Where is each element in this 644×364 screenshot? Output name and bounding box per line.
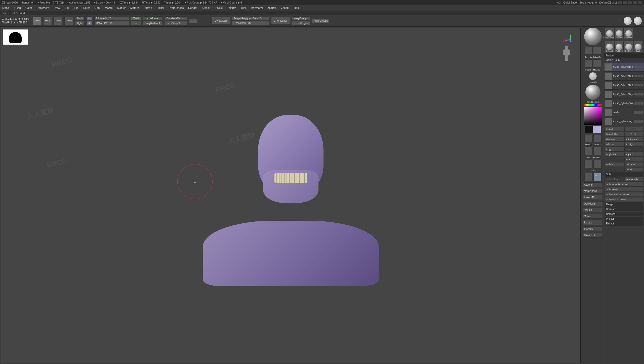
subtool-row[interactable]: PM3D_Sphere3D_3 <box>604 117 644 126</box>
sdiv-button[interactable]: SDiv <box>189 19 198 23</box>
delall-button[interactable]: Del All <box>624 167 643 172</box>
resolution-slider[interactable]: Resolution 176 <box>232 21 269 25</box>
eye-icon[interactable] <box>634 102 637 105</box>
menu-color[interactable]: Color <box>25 6 32 9</box>
dynamic-button[interactable] <box>593 147 601 155</box>
axis-gizmo[interactable] <box>563 36 573 46</box>
close-icon[interactable] <box>638 1 642 4</box>
backfacemask-button[interactable]: BackfaceMask <box>165 16 187 21</box>
target-polygons-slider[interactable]: Target Polygons Count 5 <box>232 17 269 21</box>
lazymouse-button[interactable]: LazyMouse <box>143 16 163 21</box>
paint-icon[interactable] <box>637 93 640 95</box>
listall-button[interactable]: List All <box>605 127 624 131</box>
subtool-header[interactable]: Subtool <box>604 53 644 58</box>
append-button[interactable]: Append <box>583 182 603 187</box>
smooth-brush-button[interactable] <box>589 72 597 80</box>
move-mode-button[interactable]: Move <box>43 17 52 25</box>
zsub-button[interactable]: Zsub <box>131 21 141 25</box>
splitparts-button[interactable]: Split To Parts <box>605 187 643 192</box>
a-button[interactable]: A <box>87 21 92 25</box>
material-thumb-2[interactable] <box>633 17 642 25</box>
hue-strip[interactable] <box>584 104 602 106</box>
stroke-button[interactable] <box>584 147 592 155</box>
subtool-row[interactable]: PM3D_Sphere3D_2 <box>604 81 644 90</box>
tool-thumb-simpleb[interactable]: SimpleB <box>615 28 624 39</box>
insert-button[interactable]: Insert <box>624 157 643 162</box>
visibility-icon[interactable] <box>640 84 643 86</box>
lazysnap-slider[interactable]: LazySnap 0 <box>165 21 187 25</box>
lock-icon[interactable] <box>584 173 592 181</box>
paint-icon[interactable] <box>637 102 640 105</box>
splitsimilar-button[interactable]: Split To Similar Parts <box>605 182 643 187</box>
copy-button[interactable]: Copy <box>605 147 624 152</box>
thick-slider[interactable]: Thick 0.02 <box>583 233 603 238</box>
paint-icon[interactable] <box>637 111 640 114</box>
quicksave-button[interactable]: QuickSave <box>563 1 577 4</box>
visibility-icon[interactable] <box>640 102 643 105</box>
visibility-icon[interactable] <box>640 120 643 123</box>
menu-help[interactable]: Help <box>294 6 300 9</box>
alpha-button[interactable] <box>584 134 592 142</box>
menu-texture[interactable]: Texture <box>227 6 236 9</box>
extract-header[interactable]: Extract <box>605 221 643 226</box>
mergedown-button[interactable]: MergeDown <box>583 189 603 193</box>
rotate-mode-button[interactable]: Rotate <box>64 17 73 25</box>
paint-icon[interactable] <box>637 75 640 77</box>
subtool-row[interactable]: PM3D_Sphere3D_4 <box>604 90 644 99</box>
selectrect-button[interactable] <box>593 47 601 55</box>
menu-zscript[interactable]: Zscript <box>281 6 289 9</box>
autoreorder-button[interactable]: AutoReorder <box>624 137 643 142</box>
allhigh-button[interactable]: All High <box>624 142 643 147</box>
delhidden-button[interactable]: Del Hidden <box>583 201 603 206</box>
subtool-row[interactable]: PM3D_Cylinder3D1 <box>604 99 644 108</box>
autogroups-button[interactable]: Auto Groups <box>312 19 330 23</box>
masklasso-button[interactable] <box>593 59 601 68</box>
menu-stencil[interactable]: Stencil <box>202 6 210 9</box>
m-button[interactable]: M <box>87 16 92 21</box>
tool-thumb-cylinder[interactable]: Cylinder <box>624 28 633 39</box>
tool-thumb-sphere3[interactable]: Sphere3 <box>605 41 614 52</box>
defaultzscript-button[interactable]: DefaultZScript <box>599 1 617 4</box>
splitunmasked-button[interactable]: Split Unmasked Points <box>605 192 643 197</box>
viewport[interactable]: + RRCG 人人素材 RRCG RRCG 人人素材 <box>1 28 581 363</box>
splitmasked-button[interactable]: Split Masked Points <box>605 197 643 202</box>
scale-mode-button[interactable]: Scale <box>54 17 62 25</box>
tool-thumb-teeth[interactable]: Teeth <box>634 41 643 52</box>
solo-button[interactable] <box>593 160 601 168</box>
split-header[interactable]: Split <box>605 172 643 177</box>
keepgroups-button[interactable]: KeepGroups <box>292 16 310 21</box>
tool-thumb-pm3d_sphere3d[interactable]: PM3D_Sphere3D <box>605 28 614 39</box>
material-thumb-1[interactable] <box>623 17 632 25</box>
remesh-header[interactable]: Remesh <box>605 212 643 216</box>
zintensity-slider[interactable]: Z Intensity 20 <box>94 17 129 21</box>
gyz-button[interactable]: Gyz <box>593 173 601 181</box>
project-header[interactable]: Project <box>605 217 643 221</box>
menu-brush[interactable]: Brush <box>14 6 21 9</box>
menu-light[interactable]: Light <box>94 6 100 9</box>
append2-button[interactable]: Append <box>624 152 643 157</box>
eye-icon[interactable] <box>634 120 637 123</box>
detectedges-button[interactable]: DetectEdges <box>292 21 310 25</box>
merge-header[interactable]: Merge <box>605 202 643 207</box>
menu-tool[interactable]: Tool <box>241 6 246 9</box>
menu-icon[interactable] <box>618 1 622 4</box>
projectall-button[interactable]: ProjectAll <box>583 195 603 200</box>
folder-arrows[interactable]: ⇈ ⇊ <box>624 132 643 137</box>
maskpen-button[interactable] <box>585 59 593 68</box>
delother-button[interactable]: Del Other <box>624 162 643 167</box>
tool-thumb-pm3d_s[interactable]: PM3D_S <box>615 41 624 52</box>
visibility-icon[interactable] <box>640 75 643 77</box>
menu-file[interactable]: File <box>74 6 78 9</box>
zremesher-button[interactable]: ZRemesher <box>271 17 290 24</box>
boolean-header[interactable]: Boolean <box>605 207 643 211</box>
selectlasso-button[interactable] <box>585 47 593 55</box>
groupssplit-button[interactable]: Groups Split <box>624 177 643 182</box>
menu-stroke[interactable]: Stroke <box>215 6 223 9</box>
mrgb-button[interactable]: Mrgb <box>75 16 85 21</box>
menu-marker[interactable]: Marker <box>117 6 126 9</box>
paint-icon[interactable] <box>637 84 640 86</box>
ssmt-slider[interactable]: S Smt 5 <box>583 226 603 231</box>
menu-layer[interactable]: Layer <box>83 6 90 9</box>
maximize-icon[interactable] <box>628 1 632 4</box>
eye-icon[interactable] <box>634 111 637 114</box>
